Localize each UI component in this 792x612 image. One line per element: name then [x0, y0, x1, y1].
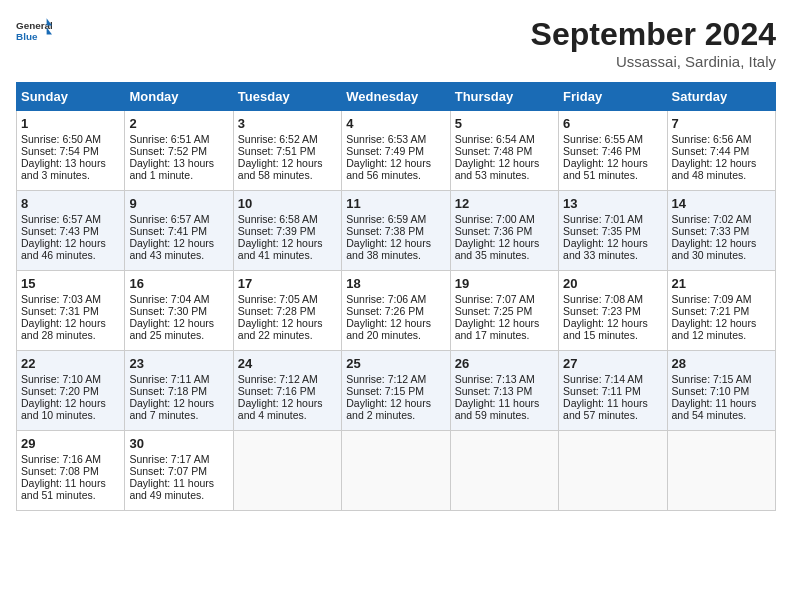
day-number: 1: [21, 116, 120, 131]
calendar-cell: 21Sunrise: 7:09 AMSunset: 7:21 PMDayligh…: [667, 271, 775, 351]
calendar-cell: 30Sunrise: 7:17 AMSunset: 7:07 PMDayligh…: [125, 431, 233, 511]
calendar-cell: 9Sunrise: 6:57 AMSunset: 7:41 PMDaylight…: [125, 191, 233, 271]
week-row-4: 22Sunrise: 7:10 AMSunset: 7:20 PMDayligh…: [17, 351, 776, 431]
calendar-cell: 15Sunrise: 7:03 AMSunset: 7:31 PMDayligh…: [17, 271, 125, 351]
sunrise-text: Sunrise: 7:17 AM: [129, 453, 209, 465]
day-number: 28: [672, 356, 771, 371]
daylight-text: Daylight: 12 hours and 22 minutes.: [238, 317, 323, 341]
sunrise-text: Sunrise: 6:51 AM: [129, 133, 209, 145]
sunrise-text: Sunrise: 6:50 AM: [21, 133, 101, 145]
sunset-text: Sunset: 7:48 PM: [455, 145, 533, 157]
sunrise-text: Sunrise: 7:00 AM: [455, 213, 535, 225]
sunrise-text: Sunrise: 6:54 AM: [455, 133, 535, 145]
calendar-cell: 2Sunrise: 6:51 AMSunset: 7:52 PMDaylight…: [125, 111, 233, 191]
daylight-text: Daylight: 11 hours and 49 minutes.: [129, 477, 214, 501]
daylight-text: Daylight: 12 hours and 56 minutes.: [346, 157, 431, 181]
daylight-text: Daylight: 12 hours and 53 minutes.: [455, 157, 540, 181]
daylight-text: Daylight: 12 hours and 7 minutes.: [129, 397, 214, 421]
day-number: 12: [455, 196, 554, 211]
calendar-cell: 20Sunrise: 7:08 AMSunset: 7:23 PMDayligh…: [559, 271, 667, 351]
sunrise-text: Sunrise: 6:58 AM: [238, 213, 318, 225]
sunset-text: Sunset: 7:16 PM: [238, 385, 316, 397]
logo: General Blue General Blue: [16, 16, 52, 44]
calendar-cell: 29Sunrise: 7:16 AMSunset: 7:08 PMDayligh…: [17, 431, 125, 511]
column-header-monday: Monday: [125, 83, 233, 111]
daylight-text: Daylight: 12 hours and 43 minutes.: [129, 237, 214, 261]
calendar-cell: 10Sunrise: 6:58 AMSunset: 7:39 PMDayligh…: [233, 191, 341, 271]
daylight-text: Daylight: 11 hours and 51 minutes.: [21, 477, 106, 501]
daylight-text: Daylight: 12 hours and 38 minutes.: [346, 237, 431, 261]
sunset-text: Sunset: 7:54 PM: [21, 145, 99, 157]
day-number: 29: [21, 436, 120, 451]
sunrise-text: Sunrise: 6:53 AM: [346, 133, 426, 145]
sunset-text: Sunset: 7:49 PM: [346, 145, 424, 157]
sunrise-text: Sunrise: 7:15 AM: [672, 373, 752, 385]
title-block: September 2024 Ussassai, Sardinia, Italy: [531, 16, 776, 70]
daylight-text: Daylight: 12 hours and 41 minutes.: [238, 237, 323, 261]
daylight-text: Daylight: 12 hours and 48 minutes.: [672, 157, 757, 181]
day-number: 7: [672, 116, 771, 131]
calendar-cell: 6Sunrise: 6:55 AMSunset: 7:46 PMDaylight…: [559, 111, 667, 191]
sunset-text: Sunset: 7:21 PM: [672, 305, 750, 317]
sunrise-text: Sunrise: 7:12 AM: [346, 373, 426, 385]
calendar-cell: 28Sunrise: 7:15 AMSunset: 7:10 PMDayligh…: [667, 351, 775, 431]
sunset-text: Sunset: 7:31 PM: [21, 305, 99, 317]
sunrise-text: Sunrise: 7:06 AM: [346, 293, 426, 305]
sunset-text: Sunset: 7:11 PM: [563, 385, 641, 397]
daylight-text: Daylight: 12 hours and 20 minutes.: [346, 317, 431, 341]
sunrise-text: Sunrise: 6:52 AM: [238, 133, 318, 145]
calendar-header-row: SundayMondayTuesdayWednesdayThursdayFrid…: [17, 83, 776, 111]
sunrise-text: Sunrise: 7:07 AM: [455, 293, 535, 305]
daylight-text: Daylight: 13 hours and 3 minutes.: [21, 157, 106, 181]
day-number: 21: [672, 276, 771, 291]
calendar-cell: 23Sunrise: 7:11 AMSunset: 7:18 PMDayligh…: [125, 351, 233, 431]
daylight-text: Daylight: 13 hours and 1 minute.: [129, 157, 214, 181]
calendar-cell: 16Sunrise: 7:04 AMSunset: 7:30 PMDayligh…: [125, 271, 233, 351]
column-header-saturday: Saturday: [667, 83, 775, 111]
day-number: 23: [129, 356, 228, 371]
daylight-text: Daylight: 12 hours and 28 minutes.: [21, 317, 106, 341]
calendar-cell: 17Sunrise: 7:05 AMSunset: 7:28 PMDayligh…: [233, 271, 341, 351]
daylight-text: Daylight: 12 hours and 2 minutes.: [346, 397, 431, 421]
calendar-cell: [667, 431, 775, 511]
day-number: 14: [672, 196, 771, 211]
day-number: 22: [21, 356, 120, 371]
sunrise-text: Sunrise: 7:11 AM: [129, 373, 209, 385]
sunset-text: Sunset: 7:30 PM: [129, 305, 207, 317]
sunset-text: Sunset: 7:38 PM: [346, 225, 424, 237]
calendar-cell: 27Sunrise: 7:14 AMSunset: 7:11 PMDayligh…: [559, 351, 667, 431]
day-number: 27: [563, 356, 662, 371]
sunrise-text: Sunrise: 7:08 AM: [563, 293, 643, 305]
week-row-1: 1Sunrise: 6:50 AMSunset: 7:54 PMDaylight…: [17, 111, 776, 191]
daylight-text: Daylight: 12 hours and 51 minutes.: [563, 157, 648, 181]
day-number: 3: [238, 116, 337, 131]
calendar-cell: 22Sunrise: 7:10 AMSunset: 7:20 PMDayligh…: [17, 351, 125, 431]
daylight-text: Daylight: 12 hours and 12 minutes.: [672, 317, 757, 341]
column-header-thursday: Thursday: [450, 83, 558, 111]
sunset-text: Sunset: 7:28 PM: [238, 305, 316, 317]
location: Ussassai, Sardinia, Italy: [531, 53, 776, 70]
daylight-text: Daylight: 11 hours and 54 minutes.: [672, 397, 757, 421]
day-number: 25: [346, 356, 445, 371]
calendar-cell: 14Sunrise: 7:02 AMSunset: 7:33 PMDayligh…: [667, 191, 775, 271]
logo-icon: General Blue: [16, 16, 52, 44]
calendar-cell: 1Sunrise: 6:50 AMSunset: 7:54 PMDaylight…: [17, 111, 125, 191]
sunrise-text: Sunrise: 7:09 AM: [672, 293, 752, 305]
day-number: 18: [346, 276, 445, 291]
calendar-cell: [450, 431, 558, 511]
page-header: General Blue General Blue September 2024…: [16, 16, 776, 70]
daylight-text: Daylight: 12 hours and 15 minutes.: [563, 317, 648, 341]
sunset-text: Sunset: 7:44 PM: [672, 145, 750, 157]
daylight-text: Daylight: 11 hours and 59 minutes.: [455, 397, 540, 421]
sunrise-text: Sunrise: 6:59 AM: [346, 213, 426, 225]
sunset-text: Sunset: 7:15 PM: [346, 385, 424, 397]
day-number: 2: [129, 116, 228, 131]
column-header-sunday: Sunday: [17, 83, 125, 111]
calendar-cell: [233, 431, 341, 511]
sunrise-text: Sunrise: 7:03 AM: [21, 293, 101, 305]
day-number: 5: [455, 116, 554, 131]
daylight-text: Daylight: 12 hours and 58 minutes.: [238, 157, 323, 181]
calendar-cell: 5Sunrise: 6:54 AMSunset: 7:48 PMDaylight…: [450, 111, 558, 191]
sunset-text: Sunset: 7:26 PM: [346, 305, 424, 317]
day-number: 4: [346, 116, 445, 131]
